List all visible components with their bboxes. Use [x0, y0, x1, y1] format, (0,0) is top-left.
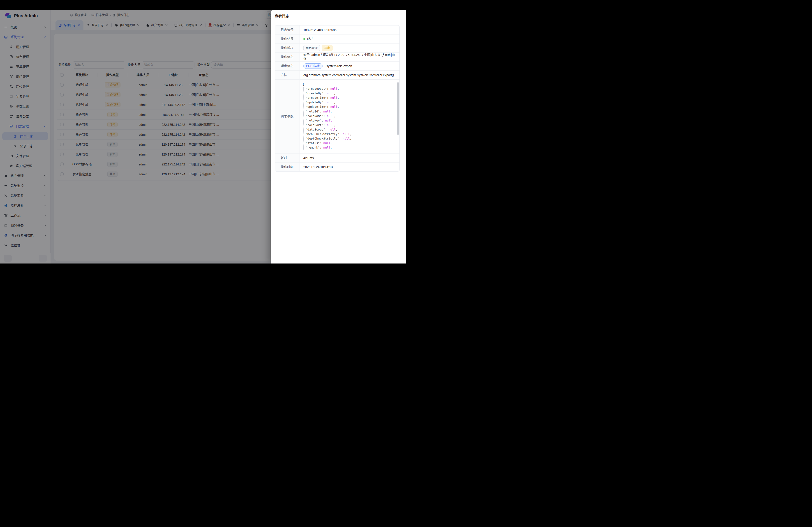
detail-row-请求信息: 请求信息POST请求/system/role/export	[275, 62, 400, 71]
detail-value: 2025-01-24 10:14:13	[300, 163, 400, 171]
detail-row-方法: 方法org.dromara.system.controller.system.S…	[275, 71, 400, 79]
drawer-header: 查看日志	[271, 10, 406, 22]
code-line: "createBy": null,	[303, 91, 395, 95]
view-log-drawer: 查看日志 日志编号1882612840802115585操作结果成功操作模块角色…	[271, 10, 406, 264]
code-line: "updateTime": null,	[303, 105, 395, 109]
log-detail-table: 日志编号1882612840802115585操作结果成功操作模块角色管理导出操…	[275, 25, 400, 171]
detail-text: 账号: admin / 研发部门 / 222.175.114.242 / 中国|…	[303, 53, 396, 61]
app-stage: Plus Admin 概览系统管理用户管理角色管理菜单管理部门管理岗位管理字典管…	[0, 10, 406, 264]
code-scrollbar-thumb[interactable]	[397, 82, 399, 135]
detail-value: 账号: admin / 研发部门 / 222.175.114.242 / 中国|…	[300, 52, 400, 61]
detail-text: 421 ms	[303, 156, 314, 160]
success-dot-icon	[303, 38, 305, 40]
detail-row-操作模块: 操作模块角色管理导出	[275, 44, 400, 52]
detail-text: org.dromara.system.controller.system.Sys…	[303, 73, 394, 77]
detail-value: 角色管理导出	[300, 44, 400, 52]
detail-row-日志编号: 日志编号1882612840802115585	[275, 26, 400, 34]
code-line: "deptCheckStrictly": null,	[303, 136, 395, 141]
detail-row-请求参数: 请求参数{"createDept": null,"createBy": null…	[275, 79, 400, 153]
detail-value: 成功	[300, 34, 400, 43]
close-icon[interactable]	[394, 14, 398, 18]
code-line: "menuCheckStrictly": null,	[303, 132, 395, 136]
code-line: "roleId": null,	[303, 109, 395, 114]
code-line: "remark": null,	[303, 146, 395, 150]
code-line: "updateBy": null,	[303, 100, 395, 105]
detail-value: 421 ms	[300, 153, 400, 162]
code-line: "createTime": null,	[303, 95, 395, 100]
detail-row-操作时间: 操作时间2025-01-24 10:14:13	[275, 163, 400, 171]
screenshot-page: Plus Admin 概览系统管理用户管理角色管理菜单管理部门管理岗位管理字典管…	[0, 0, 406, 264]
code-line: "roleKey": null,	[303, 118, 395, 123]
detail-label: 操作信息	[275, 52, 300, 61]
detail-label: 方法	[275, 71, 300, 79]
post-method-tag: POST请求	[303, 63, 322, 69]
module-tag: 导出	[322, 45, 333, 51]
indent-guide	[303, 87, 304, 150]
detail-row-操作结果: 操作结果成功	[275, 34, 400, 44]
detail-label: 请求参数	[275, 79, 300, 153]
request-url: /system/role/export	[325, 64, 352, 68]
detail-value: POST请求/system/role/export	[300, 62, 400, 70]
detail-label: 耗时	[275, 153, 300, 162]
detail-text: 1882612840802115585	[303, 28, 336, 32]
code-line: "status": null,	[303, 141, 395, 146]
detail-label: 操作时间	[275, 163, 300, 171]
code-line: "dataScope": null,	[303, 127, 395, 132]
code-line: "roleName": null,	[303, 114, 395, 118]
detail-value: org.dromara.system.controller.system.Sys…	[300, 71, 400, 79]
code-line: {	[303, 82, 395, 87]
status-text: 成功	[307, 37, 313, 41]
detail-label: 操作结果	[275, 34, 300, 43]
detail-row-耗时: 耗时421 ms	[275, 153, 400, 163]
detail-row-操作信息: 操作信息账号: admin / 研发部门 / 222.175.114.242 /…	[275, 52, 400, 62]
detail-label: 日志编号	[275, 26, 300, 34]
detail-value: 1882612840802115585	[300, 26, 400, 34]
detail-label: 请求信息	[275, 62, 300, 70]
detail-value: {"createDept": null,"createBy": null,"cr…	[300, 79, 400, 153]
code-line: "createDept": null,	[303, 87, 395, 91]
request-params-code[interactable]: {"createDept": null,"createBy": null,"cr…	[300, 79, 400, 153]
detail-label: 操作模块	[275, 44, 300, 52]
module-tag: 角色管理	[303, 45, 320, 51]
code-line: "roleSort": null,	[303, 123, 395, 127]
drawer-title: 查看日志	[275, 14, 289, 18]
detail-text: 2025-01-24 10:14:13	[303, 165, 333, 169]
